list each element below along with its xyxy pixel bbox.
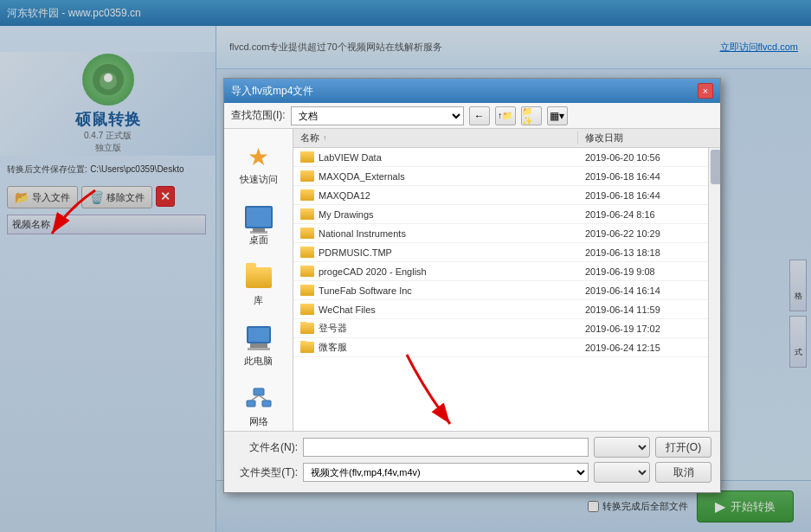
filename-dropdown[interactable] bbox=[594, 437, 650, 458]
file-cell-name: 登号器 bbox=[293, 322, 578, 335]
filetype-label: 文件类型(T): bbox=[233, 465, 298, 480]
up-button[interactable]: ↑📁 bbox=[495, 106, 516, 125]
file-cell-date: 2019-06-14 16:14 bbox=[578, 285, 708, 296]
cancel-button[interactable]: 取消 bbox=[655, 462, 711, 483]
filename-input[interactable] bbox=[303, 438, 589, 457]
file-row[interactable]: progeCAD 2020 - English 2019-06-19 9:08 bbox=[293, 262, 708, 281]
file-cell-name: TuneFab Software Inc bbox=[293, 285, 578, 296]
file-name: MAXQDA_Externals bbox=[319, 171, 405, 182]
new-folder-icon: 📁✨ bbox=[522, 106, 541, 125]
file-cell-date: 2019-06-14 11:59 bbox=[578, 304, 708, 315]
file-cell-date: 2019-06-20 10:56 bbox=[578, 152, 708, 163]
svg-rect-3 bbox=[254, 388, 264, 395]
view-icon: ▦▾ bbox=[550, 110, 564, 122]
file-name: LabVIEW Data bbox=[319, 152, 382, 163]
folder-small-icon bbox=[300, 170, 314, 182]
dialog-toolbar: 查找范围(I): 文档 ← ↑📁 📁✨ ▦▾ bbox=[224, 103, 720, 129]
filetype-dropdown[interactable] bbox=[594, 462, 650, 483]
col-name-header[interactable]: 名称 ↑ bbox=[293, 131, 578, 144]
up-icon: ↑📁 bbox=[498, 111, 512, 120]
filelist-header: 名称 ↑ 修改日期 bbox=[293, 129, 720, 148]
quickaccess-icon: ★ bbox=[245, 143, 273, 170]
file-name: MAXQDA12 bbox=[319, 190, 370, 201]
nav-item-library[interactable]: 库 bbox=[228, 259, 289, 312]
folder-small-icon bbox=[300, 304, 314, 315]
scrollbar[interactable] bbox=[708, 148, 720, 431]
file-cell-name: WeChat Files bbox=[293, 304, 578, 315]
file-name: 登号器 bbox=[319, 322, 347, 335]
filename-label: 文件名(N): bbox=[233, 440, 298, 455]
file-name: National Instruments bbox=[319, 228, 406, 239]
folder-select[interactable]: 文档 bbox=[291, 106, 464, 125]
file-row[interactable]: My Drawings 2019-06-24 8:16 bbox=[293, 205, 708, 224]
nav-label-desktop: 桌面 bbox=[249, 234, 268, 247]
file-cell-name: My Drawings bbox=[293, 208, 578, 220]
file-row[interactable]: 微客服 2019-06-24 12:15 bbox=[293, 338, 708, 357]
file-cell-name: progeCAD 2020 - English bbox=[293, 266, 578, 277]
file-cell-date: 2019-06-24 8:16 bbox=[578, 209, 708, 220]
svg-line-7 bbox=[259, 395, 267, 401]
col-date-header[interactable]: 修改日期 bbox=[578, 131, 708, 144]
folder-small-icon bbox=[300, 266, 314, 277]
file-row[interactable]: MAXQDA_Externals 2019-06-18 16:44 bbox=[293, 167, 708, 186]
file-name: progeCAD 2020 - English bbox=[319, 266, 427, 277]
file-row[interactable]: WeChat Files 2019-06-14 11:59 bbox=[293, 300, 708, 319]
filetype-select[interactable]: 视频文件(flv,mp4,f4v,m4v) bbox=[303, 463, 589, 482]
file-cell-name: PDRMUSIC.TMP bbox=[293, 247, 578, 258]
file-cell-name: LabVIEW Data bbox=[293, 151, 578, 163]
file-name: My Drawings bbox=[319, 209, 374, 220]
folder-small-icon bbox=[300, 247, 314, 258]
file-row[interactable]: National Instruments 2019-06-22 10:29 bbox=[293, 224, 708, 243]
dialog-titlebar: 导入flv或mp4文件 × bbox=[224, 79, 720, 103]
new-folder-button[interactable]: 📁✨ bbox=[521, 106, 542, 125]
svg-rect-4 bbox=[247, 401, 255, 407]
nav-item-desktop[interactable]: 桌面 bbox=[228, 198, 289, 252]
cancel-label: 取消 bbox=[673, 465, 694, 480]
filetype-row: 文件类型(T): 视频文件(flv,mp4,f4v,m4v) 取消 bbox=[233, 462, 711, 483]
dialog-nav: ★ 快速访问 桌面 库 bbox=[224, 129, 293, 431]
pc-icon-shape bbox=[247, 326, 271, 350]
pc-stand bbox=[248, 348, 270, 350]
library-icon bbox=[245, 264, 273, 292]
file-cell-name: 微客服 bbox=[293, 341, 578, 354]
file-cell-date: 2019-06-24 12:15 bbox=[578, 343, 708, 353]
star-icon: ★ bbox=[248, 143, 269, 171]
file-cell-date: 2019-06-13 18:18 bbox=[578, 247, 708, 258]
pc-screen bbox=[247, 326, 271, 343]
col-name-label: 名称 bbox=[300, 131, 319, 144]
scroll-thumb[interactable] bbox=[711, 150, 720, 184]
svg-line-6 bbox=[251, 395, 259, 401]
back-button[interactable]: ← bbox=[469, 106, 490, 125]
col-date-label: 修改日期 bbox=[585, 131, 623, 144]
folder-icon-shape bbox=[246, 267, 272, 288]
sort-arrow: ↑ bbox=[323, 134, 326, 142]
thispc-icon bbox=[245, 324, 273, 352]
folder-small-icon bbox=[300, 189, 314, 201]
network-icon bbox=[245, 385, 273, 413]
open-button[interactable]: 打开(O) bbox=[655, 437, 711, 458]
folder-small-icon bbox=[300, 151, 314, 163]
nav-item-thispc[interactable]: 此电脑 bbox=[228, 319, 289, 373]
file-row[interactable]: MAXQDA12 2019-06-18 16:44 bbox=[293, 186, 708, 205]
file-cell-date: 2019-06-18 16:44 bbox=[578, 190, 708, 201]
file-cell-date: 2019-06-18 16:44 bbox=[578, 171, 708, 182]
dialog-close-button[interactable]: × bbox=[698, 83, 713, 99]
dialog-filelist: 名称 ↑ 修改日期 LabVIEW Data 2019-06-20 10:56 bbox=[293, 129, 720, 431]
file-cell-date: 2019-06-22 10:29 bbox=[578, 228, 708, 239]
dialog-footer: 文件名(N): 打开(O) 文件类型(T): 视频文件(flv,mp4,f4v,… bbox=[224, 431, 720, 492]
filelist-body[interactable]: LabVIEW Data 2019-06-20 10:56 MAXQDA_Ext… bbox=[293, 148, 708, 431]
file-dialog: 导入flv或mp4文件 × 查找范围(I): 文档 ← ↑📁 📁✨ ▦▾ ★ bbox=[223, 78, 721, 493]
folder-small-icon bbox=[300, 285, 314, 296]
file-row[interactable]: LabVIEW Data 2019-06-20 10:56 bbox=[293, 148, 708, 167]
view-button[interactable]: ▦▾ bbox=[547, 106, 568, 125]
nav-item-quickaccess[interactable]: ★ 快速访问 bbox=[228, 138, 289, 191]
file-row[interactable]: 登号器 2019-06-19 17:02 bbox=[293, 319, 708, 338]
nav-item-network[interactable]: 网络 bbox=[228, 380, 289, 431]
file-row[interactable]: PDRMUSIC.TMP 2019-06-13 18:18 bbox=[293, 243, 708, 262]
dialog-title: 导入flv或mp4文件 bbox=[231, 84, 313, 99]
svg-rect-5 bbox=[262, 401, 271, 407]
file-cell-name: National Instruments bbox=[293, 228, 578, 239]
file-row[interactable]: TuneFab Software Inc 2019-06-14 16:14 bbox=[293, 281, 708, 300]
file-cell-name: MAXQDA_Externals bbox=[293, 170, 578, 182]
folder-small-icon bbox=[300, 323, 314, 334]
